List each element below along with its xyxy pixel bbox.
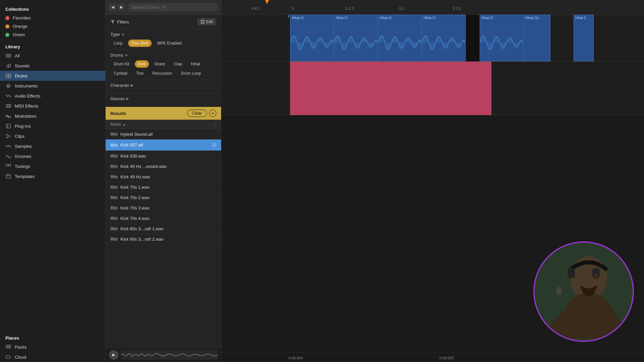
camera-overlay	[533, 241, 634, 342]
nav-clips[interactable]: Clips	[0, 131, 105, 141]
forward-button[interactable]: ▶	[118, 4, 125, 11]
clear-button[interactable]: Clear	[187, 110, 207, 117]
svg-rect-92	[113, 217, 113, 219]
nav-tunings-label: Tunings	[15, 164, 30, 169]
svg-rect-78	[115, 197, 115, 198]
timeline-marker-4: 5.2	[399, 6, 404, 10]
tag-drum-kit[interactable]: Drum Kit	[110, 60, 133, 68]
nav-all[interactable]: All	[0, 51, 105, 61]
tag-kick[interactable]: Kick	[135, 60, 149, 68]
result-item[interactable]: Kick 70s 3.wav	[106, 203, 221, 213]
clip[interactable]: Hihat C	[574, 15, 594, 61]
result-item[interactable]: Kick 70s 4.wav	[106, 213, 221, 224]
tag-mpe-enabled[interactable]: MPE Enabled	[154, 40, 185, 47]
clip[interactable]: Hihat Cl	[334, 15, 378, 61]
clip-label: Hihat C	[574, 15, 593, 21]
nav-drums[interactable]: Drums	[0, 71, 105, 81]
svg-rect-42	[111, 155, 111, 157]
svg-rect-59	[112, 175, 112, 179]
column-divider: |	[215, 122, 216, 127]
genres-filter-group: Genres ▶	[106, 94, 221, 107]
add-button[interactable]: +	[209, 110, 216, 117]
drums-filter-group: Drums ▼ Drum Kit Kick Snare Clap Hihat C…	[106, 50, 221, 80]
svg-rect-29	[114, 132, 114, 136]
timeline-marker-1: 4.4.3	[252, 6, 260, 10]
clip[interactable]: Hihat Cl	[378, 15, 422, 61]
tag-percussion[interactable]: Percussion	[149, 70, 175, 77]
result-item[interactable]: Kick 007.aif ⊙	[106, 139, 221, 151]
result-item[interactable]: Kick 70s 1.wav	[106, 182, 221, 192]
result-filename: Hybrid Sound.aif	[120, 132, 216, 137]
file-waveform-icon	[110, 142, 118, 148]
tag-cymbal[interactable]: Cymbal	[110, 70, 131, 77]
tag-tom[interactable]: Tom	[133, 70, 147, 77]
drums-filter-header[interactable]: Drums ▼	[110, 53, 216, 58]
green-item[interactable]: Green	[0, 31, 105, 39]
nav-audio-effects-label: Audio Effects	[15, 94, 40, 99]
genres-filter-header[interactable]: Genres ▶	[110, 96, 216, 101]
nav-templates[interactable]: Templates	[0, 171, 105, 181]
result-item[interactable]: Kick 49 Hz ...essed.wav	[106, 161, 221, 172]
tag-loop[interactable]: Loop	[110, 40, 126, 47]
preview-play-button[interactable]: ▶	[109, 350, 118, 360]
back-button[interactable]: ◀	[109, 4, 116, 11]
favorites-item[interactable]: Favorites	[0, 14, 105, 22]
nav-audio-effects[interactable]: Audio Effects	[0, 91, 105, 101]
preview-icon[interactable]: ⊙	[212, 142, 216, 148]
svg-rect-98	[111, 227, 111, 230]
nav-samples[interactable]: Samples	[0, 141, 105, 151]
nav-instruments[interactable]: Instruments	[0, 81, 105, 91]
results-label: Results	[110, 111, 126, 116]
svg-rect-99	[112, 227, 112, 231]
nav-clips-label: Clips	[15, 134, 24, 139]
clip[interactable]: Hihat Cl	[422, 15, 466, 61]
search-input[interactable]	[128, 3, 218, 11]
edit-button[interactable]: Edit	[197, 18, 216, 25]
orange-item[interactable]: Orange	[0, 22, 105, 31]
clip[interactable]: Hihat Cl	[290, 15, 334, 61]
type-filter-header[interactable]: Type ▼	[110, 32, 216, 37]
tag-clap[interactable]: Clap	[170, 60, 185, 68]
result-item[interactable]: Kick 80s S...raft 1.wav	[106, 224, 221, 234]
svg-rect-37	[114, 143, 114, 147]
loop-marker-start	[288, 15, 289, 17]
favorites-label: Favorites	[13, 15, 31, 20]
result-item[interactable]: Kick 030.wav	[106, 151, 221, 161]
result-item[interactable]: Kick 49 Hz.wav	[106, 172, 221, 182]
filters-title: Filters	[110, 19, 129, 24]
svg-rect-56	[117, 165, 117, 167]
pink-clip-bg[interactable]	[290, 62, 491, 115]
character-filter-header[interactable]: Character ▶	[110, 83, 216, 88]
svg-rect-57	[113, 168, 117, 168]
svg-rect-16	[9, 164, 11, 166]
svg-rect-110	[115, 238, 115, 240]
nav-modulators[interactable]: Modulators	[0, 111, 105, 121]
character-filter-group: Character ▶	[106, 80, 221, 94]
clip-label: Hihat Cl	[422, 15, 465, 21]
result-item[interactable]: Kick 80s S...raft 2.wav	[106, 234, 221, 244]
type-chevron-icon: ▼	[121, 33, 125, 37]
result-item[interactable]: Hybrid Sound.aif	[106, 129, 221, 139]
clip[interactable]: Hihat Clo	[524, 15, 550, 61]
result-item[interactable]: Kick 70s 2.wav	[106, 192, 221, 203]
svg-rect-84	[113, 207, 113, 209]
nav-tunings[interactable]: Tunings	[0, 161, 105, 171]
tag-hihat[interactable]: Hihat	[187, 60, 204, 68]
svg-rect-17	[6, 174, 10, 178]
svg-rect-83	[112, 206, 112, 210]
tag-snare[interactable]: Snare	[151, 60, 168, 68]
nav-plugins[interactable]: Plug-Ins	[0, 121, 105, 131]
drums-label: Drums	[110, 53, 123, 58]
clips-icon	[5, 133, 11, 139]
nav-cloud[interactable]: Cloud	[0, 352, 105, 362]
nav-midi-effects[interactable]: MIDI Effects	[0, 101, 105, 111]
clip[interactable]: Hihat Cl	[480, 15, 523, 61]
tag-drum-loop[interactable]: Drum Loop	[178, 70, 204, 77]
tag-one-shot[interactable]: One Shot	[128, 40, 152, 47]
nav-packs[interactable]: Packs	[0, 342, 105, 352]
svg-rect-41	[113, 146, 117, 147]
cloud-icon	[5, 354, 11, 360]
character-label: Character	[110, 83, 129, 88]
nav-grooves[interactable]: Grooves	[0, 151, 105, 161]
nav-sounds[interactable]: Sounds	[0, 61, 105, 71]
